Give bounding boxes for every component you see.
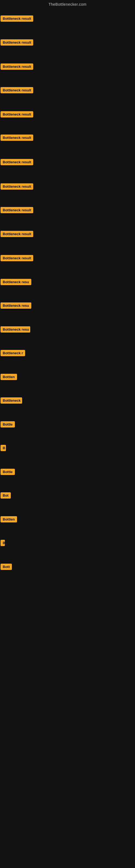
- badge-row-21: Bot: [1, 492, 11, 500]
- bottleneck-badge-2: Bottleneck result: [1, 39, 33, 45]
- badge-row-22: Bottlen: [1, 516, 17, 524]
- badge-row-6: Bottleneck result: [1, 134, 33, 142]
- badge-row-11: Bottleneck result: [1, 255, 33, 262]
- badge-row-8: Bottleneck result: [1, 183, 33, 191]
- badge-row-15: Bottleneck r: [1, 350, 25, 357]
- bottleneck-badge-6: Bottleneck result: [1, 134, 33, 141]
- badge-row-24: Bott: [1, 564, 12, 571]
- bottleneck-badge-16: Bottlen: [1, 374, 17, 380]
- badge-row-14: Bottleneck resu: [1, 326, 30, 334]
- bottleneck-badge-19: B: [1, 445, 6, 451]
- bottleneck-badge-11: Bottleneck result: [1, 255, 33, 261]
- bottleneck-badge-20: Bottle: [1, 469, 15, 475]
- bottleneck-badge-15: Bottleneck r: [1, 350, 25, 356]
- badge-row-3: Bottleneck result: [1, 63, 33, 71]
- badge-row-5: Bottleneck result: [1, 111, 33, 119]
- badge-row-1: Bottleneck result: [1, 16, 33, 23]
- badge-row-19: B: [1, 445, 6, 452]
- badge-row-17: Bottleneck: [1, 397, 22, 405]
- site-title: TheBottlenecker.com: [0, 0, 135, 8]
- badge-row-16: Bottlen: [1, 374, 17, 381]
- bottleneck-badge-12: Bottleneck resu: [1, 279, 31, 285]
- bottleneck-badge-18: Bottle: [1, 421, 15, 428]
- badge-row-10: Bottleneck result: [1, 231, 33, 238]
- bottleneck-badge-23: B: [1, 540, 5, 546]
- bottleneck-badge-14: Bottleneck resu: [1, 326, 30, 333]
- bottleneck-badge-8: Bottleneck result: [1, 183, 33, 190]
- badge-row-23: B: [1, 540, 5, 547]
- badge-row-4: Bottleneck result: [1, 87, 33, 94]
- bottleneck-badge-5: Bottleneck result: [1, 111, 33, 118]
- bottleneck-badge-9: Bottleneck result: [1, 207, 33, 213]
- bottleneck-badge-7: Bottleneck result: [1, 159, 33, 165]
- bottleneck-badge-17: Bottleneck: [1, 397, 22, 404]
- badge-row-12: Bottleneck resu: [1, 279, 31, 286]
- badge-row-7: Bottleneck result: [1, 159, 33, 166]
- bottleneck-badge-10: Bottleneck result: [1, 231, 33, 237]
- badge-row-20: Bottle: [1, 469, 15, 476]
- badge-row-2: Bottleneck result: [1, 39, 33, 46]
- badge-row-9: Bottleneck result: [1, 207, 33, 214]
- bottleneck-badge-3: Bottleneck result: [1, 63, 33, 70]
- badge-row-13: Bottleneck resu: [1, 303, 31, 310]
- bottleneck-badge-21: Bot: [1, 492, 11, 499]
- badge-row-18: Bottle: [1, 421, 15, 429]
- bottleneck-badge-1: Bottleneck result: [1, 16, 33, 22]
- bottleneck-badge-13: Bottleneck resu: [1, 303, 31, 309]
- bottleneck-badge-4: Bottleneck result: [1, 87, 33, 93]
- bottleneck-badge-22: Bottlen: [1, 516, 17, 522]
- bottleneck-badge-24: Bott: [1, 564, 12, 570]
